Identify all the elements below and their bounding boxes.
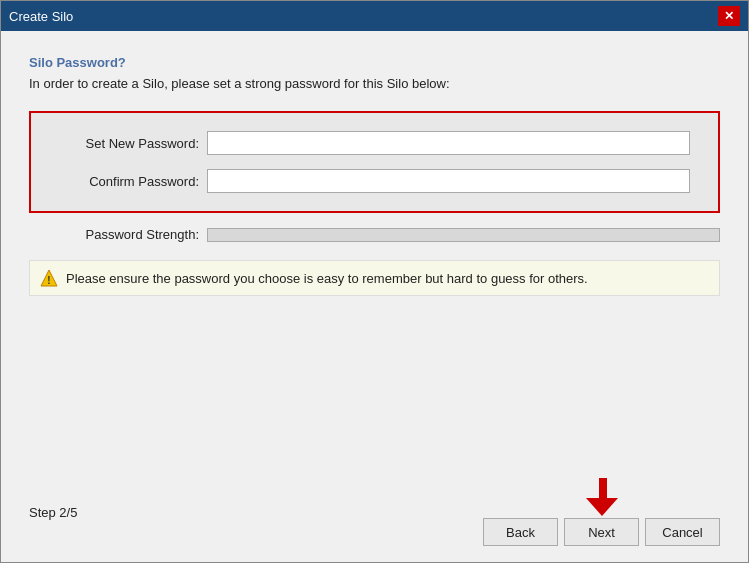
new-password-row: Set New Password: — [59, 131, 690, 155]
svg-marker-3 — [586, 498, 618, 516]
strength-row: Password Strength: — [29, 227, 720, 242]
create-silo-window: Create Silo ✕ Silo Password? In order to… — [0, 0, 749, 563]
next-button-wrapper: Next — [564, 478, 639, 546]
confirm-password-label: Confirm Password: — [59, 174, 199, 189]
title-bar: Create Silo ✕ — [1, 1, 748, 31]
warning-row: ! Please ensure the password you choose … — [29, 260, 720, 296]
new-password-label: Set New Password: — [59, 136, 199, 151]
warning-text: Please ensure the password you choose is… — [66, 271, 588, 286]
section-description: In order to create a Silo, please set a … — [29, 76, 720, 91]
strength-bar-container — [207, 228, 720, 242]
arrow-container — [582, 478, 622, 516]
next-button[interactable]: Next — [564, 518, 639, 546]
step-label: Step 2/5 — [29, 505, 77, 520]
strength-label: Password Strength: — [31, 227, 199, 242]
section-heading: Silo Password? — [29, 55, 720, 70]
main-content: Silo Password? In order to create a Silo… — [1, 31, 748, 562]
password-form-box: Set New Password: Confirm Password: — [29, 111, 720, 213]
confirm-password-row: Confirm Password: — [59, 169, 690, 193]
warning-icon: ! — [40, 269, 58, 287]
svg-text:!: ! — [47, 275, 50, 286]
back-button[interactable]: Back — [483, 518, 558, 546]
cancel-button[interactable]: Cancel — [645, 518, 720, 546]
svg-rect-2 — [599, 478, 607, 500]
red-arrow-icon — [582, 478, 622, 516]
new-password-input[interactable] — [207, 131, 690, 155]
window-title: Create Silo — [9, 9, 73, 24]
close-button[interactable]: ✕ — [718, 6, 740, 26]
confirm-password-input[interactable] — [207, 169, 690, 193]
button-group: Back Next Cancel — [483, 478, 720, 546]
footer: Step 2/5 Back Next Cancel — [29, 474, 720, 546]
